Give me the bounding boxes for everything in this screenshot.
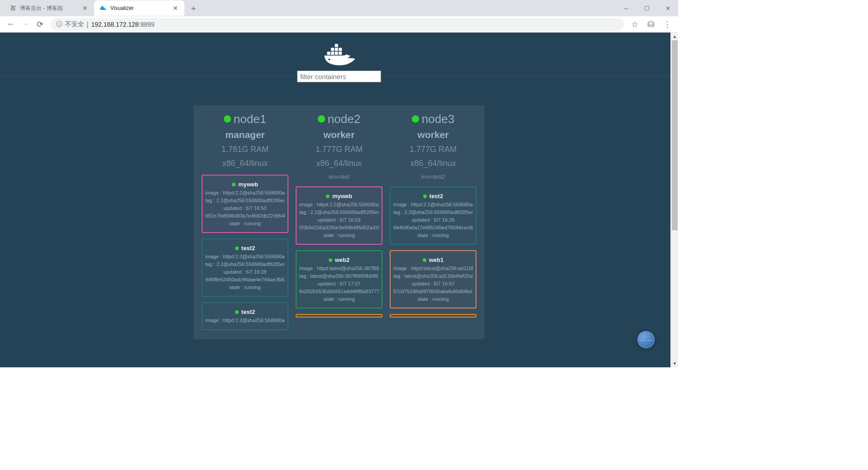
status-dot-icon xyxy=(235,310,239,314)
node-env: env=test2 xyxy=(386,174,480,180)
security-label: 不安全 xyxy=(65,20,84,28)
scroll-up-icon[interactable]: ▲ xyxy=(671,33,678,40)
favicon-visualizer xyxy=(99,5,107,12)
container-updated: updated : 5/7 16:57 xyxy=(393,280,473,288)
node-role: worker xyxy=(292,129,386,140)
container-state: state : running xyxy=(205,284,285,291)
status-dot-icon xyxy=(423,195,427,198)
scroll-down-icon[interactable]: ▼ xyxy=(671,360,678,367)
security-indicator[interactable]: ⓘ 不安全 | xyxy=(56,20,89,28)
browser-chrome: 博客后台 - 博客园 ✕ Visualizer ✕ ＋ ─ ☐ ✕ ← → ⟳ … xyxy=(0,0,678,33)
container-id: 092e7fe8586d03a7e4582db22d9646 xyxy=(205,212,285,220)
container-image: image : httpd:2.2@sha256:558680adf8285ed xyxy=(299,201,379,209)
forward-button[interactable]: → xyxy=(18,17,33,32)
url-port: :8899 xyxy=(139,21,155,28)
container-id: 945fffe52450adc96dae4e794ae3683 xyxy=(205,276,285,284)
status-dot-icon xyxy=(235,247,239,250)
reload-button[interactable]: ⟳ xyxy=(33,17,47,32)
container-state: state : running xyxy=(393,232,473,239)
bookmark-button[interactable]: ☆ xyxy=(627,17,642,32)
container-id: 6d282b5536d5b561a4d48f8fa83777 xyxy=(299,288,379,295)
svg-rect-9 xyxy=(339,52,342,55)
container-updated: updated : 5/7 17:07 xyxy=(299,280,379,288)
window-close-button[interactable]: ✕ xyxy=(657,1,678,15)
page-scrollbar[interactable]: ▲ ▼ xyxy=(670,33,678,367)
container-card[interactable]: test2image : httpd:2.2@sha256:558680adf8… xyxy=(202,302,288,330)
container-title: test2 xyxy=(423,192,443,201)
container-id: 67c875338a9978b56abafa48d04bd1 xyxy=(393,288,473,295)
status-dot-icon xyxy=(423,258,426,262)
container-tag: tag : 2.2@sha256:558680adf8285ed xyxy=(205,197,285,204)
container-state: state : running xyxy=(393,295,473,303)
tab-0-close-icon[interactable]: ✕ xyxy=(81,5,89,12)
tab-1[interactable]: Visualizer ✕ xyxy=(94,0,184,16)
container-tag: tag : 2.2@sha256:558680adf8285ed xyxy=(393,209,473,216)
node-ram: 1.777G RAM xyxy=(292,145,386,154)
node-name-text: node3 xyxy=(422,113,454,126)
container-updated: updated : 5/7 16:28 xyxy=(205,268,285,276)
window-minimize-button[interactable]: ─ xyxy=(616,1,637,15)
tab-1-close-icon[interactable]: ✕ xyxy=(172,5,179,12)
container-card[interactable]: test2image : httpd:2.2@sha256:558680adf8… xyxy=(202,238,288,297)
node-arch: x86_64/linux xyxy=(292,159,386,168)
container-updated: updated : 5/7 16:26 xyxy=(393,216,473,224)
node-arch: x86_64/linux xyxy=(386,159,480,168)
container-image: image : httpd:2.2@sha256:558680adf8285ed xyxy=(393,201,473,209)
window-controls: ─ ☐ ✕ xyxy=(616,1,678,15)
container-state: state : running xyxy=(299,232,379,239)
container-id: 844b90efa17e865245ed76044cac0b xyxy=(393,224,473,232)
new-tab-button[interactable]: ＋ xyxy=(187,2,200,14)
container-card[interactable]: web1image : httpd:latest@sha256:ad116b4f… xyxy=(390,250,476,309)
favicon-cnblogs xyxy=(9,5,16,12)
node-name: node3 xyxy=(412,113,454,126)
container-card[interactable]: mywebimage : httpd:2.2@sha256:558680adf8… xyxy=(296,186,382,245)
tab-1-title: Visualizer xyxy=(110,5,172,11)
url-host: 192.168.172.128 xyxy=(91,21,139,28)
node-ram: 1.777G RAM xyxy=(386,145,480,154)
node-ram: 1.781G RAM xyxy=(198,145,292,154)
container-image: image : httpd:2.2@sha256:558680adf8285ed xyxy=(205,253,285,261)
container-id: f20b5d156a328dc9e596495d52a32f xyxy=(299,224,379,232)
container-name: test2 xyxy=(241,308,255,317)
window-maximize-button[interactable]: ☐ xyxy=(637,1,657,15)
container-name: web1 xyxy=(429,256,444,265)
svg-rect-7 xyxy=(331,52,334,55)
node-role: worker xyxy=(386,129,480,140)
container-name: myweb xyxy=(238,180,258,189)
back-button[interactable]: ← xyxy=(4,17,18,32)
svg-rect-3 xyxy=(102,6,103,7)
svg-rect-11 xyxy=(335,48,338,51)
node-name-text: node1 xyxy=(234,113,266,126)
container-updated: updated : 5/7 16:53 xyxy=(299,216,379,224)
container-name: web2 xyxy=(335,256,350,265)
address-bar[interactable]: ⓘ 不安全 | 192.168.172.128:8899 xyxy=(51,18,624,31)
tab-strip: 博客后台 - 博客园 ✕ Visualizer ✕ ＋ ─ ☐ ✕ xyxy=(0,0,678,16)
container-tag: tag : 2.2@sha256:558680adf8285ed xyxy=(299,209,379,216)
svg-point-5 xyxy=(650,22,653,25)
container-tag: tag : 2.2@sha256:558680adf8285ed xyxy=(205,261,285,268)
container-card[interactable]: web2image : httpd:latest@sha256:387f896f… xyxy=(296,250,382,309)
container-image: image : httpd:latest@sha256:387f896f9b xyxy=(299,265,379,272)
filter-input[interactable] xyxy=(297,71,381,82)
info-icon: ⓘ xyxy=(56,20,62,28)
tab-0[interactable]: 博客后台 - 博客园 ✕ xyxy=(4,0,94,16)
floating-action-button[interactable]: — · — xyxy=(637,331,655,348)
container-card[interactable]: test2image : httpd:2.2@sha256:558680adf8… xyxy=(390,186,476,245)
svg-rect-1 xyxy=(102,7,103,9)
node-column-node2: node2worker1.777G RAMx86_64/linuxenv=tes… xyxy=(292,113,386,330)
status-dot-icon xyxy=(329,258,332,262)
container-card[interactable] xyxy=(296,314,382,318)
svg-point-14 xyxy=(328,58,330,60)
docker-logo xyxy=(0,33,678,74)
container-title: test2 xyxy=(235,244,255,253)
container-tag: tag : latest@sha256:ad116b4faf32a5 xyxy=(393,272,473,280)
profile-button[interactable] xyxy=(644,17,658,32)
svg-rect-13 xyxy=(335,44,338,47)
page-content: node1manager1.781G RAMx86_64/linuxmywebi… xyxy=(0,33,678,367)
container-card[interactable] xyxy=(390,314,476,318)
svg-rect-8 xyxy=(335,52,338,55)
menu-button[interactable]: ⋮ xyxy=(660,17,675,32)
scrollbar-thumb[interactable] xyxy=(672,40,678,230)
nodes-panel: node1manager1.781G RAMx86_64/linuxmywebi… xyxy=(193,105,485,339)
container-card[interactable]: mywebimage : httpd:2.2@sha256:558680adf8… xyxy=(202,175,288,233)
